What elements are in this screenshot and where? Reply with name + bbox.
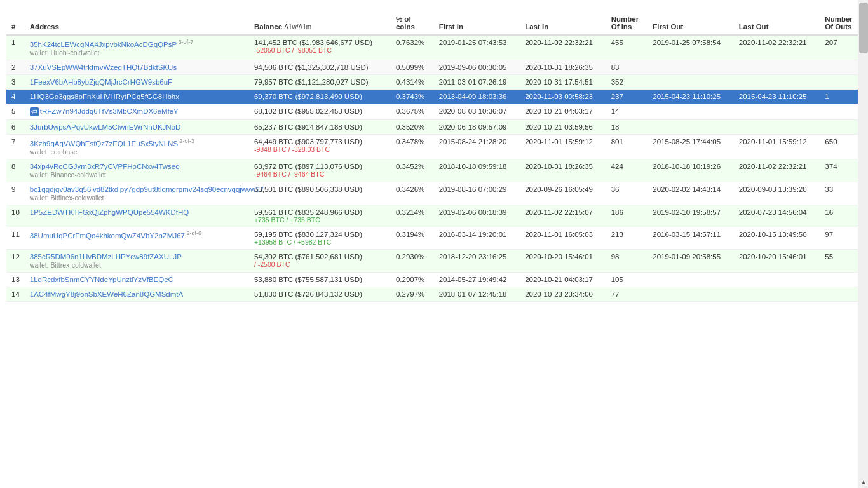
balance-cell: 59,195 BTC ($830,127,324 USD)+13958 BTC … [249, 227, 391, 249]
pct-cell: 0.4314% [391, 74, 434, 89]
last-in-cell: 2020-10-23 23:34:00 [520, 287, 606, 301]
num-ins-cell: 98 [606, 249, 648, 272]
address-cell: 35hK24tcLEWcgNA4JxpvbkNkoAcDGqQPsP 3-of-… [25, 35, 249, 60]
address-link[interactable]: 3JurbUwpsAPqvUkwLM5CtwnEWrNnUKJNoD [30, 123, 181, 131]
first-in-cell: 2016-03-14 19:20:01 [434, 227, 520, 249]
num-ins-cell: 186 [606, 205, 648, 227]
first-out-cell [648, 272, 734, 287]
num-outs-cell [820, 272, 862, 287]
address-link[interactable]: 1LdRcdxfbSnmCYYNdeYpUnztiYzVfBEQeC [30, 276, 173, 283]
num-outs-cell [820, 287, 862, 301]
num-ins-cell: 424 [606, 159, 648, 182]
table-row: 237XuVSEpWW4trkfmvWzegTHQt7BdktSKUs94,50… [6, 60, 862, 74]
address-cell: 34xp4vRoCGJym3xR7yCVPFHoCNxv4Twseowallet… [25, 159, 249, 182]
balance-change: +13958 BTC / +5982 BTC [254, 238, 386, 246]
address-cell: 3Kzh9qAqVWQhEsfQz7zEQL1EuSx5tyNLNS 2-of-… [25, 134, 249, 159]
first-out-cell: 2015-08-25 17:44:05 [648, 134, 734, 159]
wallet-label: wallet: Binance-coldwallet [30, 171, 244, 179]
address-link[interactable]: bc1qgdjqv0av3q56jvd82tkdjpy7gdp9ut8tlqmg… [30, 186, 264, 193]
wallet-label: wallet: Bittrex-coldwallet [30, 261, 244, 269]
table-row: 141AC4fMwgY8j9onSbXEWeH6Zan8QGMSdmtA51,8… [6, 287, 862, 301]
first-out-cell: 2020-02-02 14:43:14 [648, 182, 734, 205]
pct-cell: 0.3743% [391, 89, 434, 104]
num-outs-cell: 33 [820, 182, 862, 205]
address-cell: 1LdRcdxfbSnmCYYNdeYpUnztiYzVfBEQeC [25, 272, 249, 287]
wallet-label: wallet: Bitfinex-coldwallet [30, 194, 244, 201]
rank-cell: 4 [6, 89, 25, 104]
last-in-cell: 2020-11-01 16:05:03 [520, 227, 606, 249]
last-out-cell: 2020-07-23 14:56:04 [734, 205, 820, 227]
num-outs-cell: 374 [820, 159, 862, 182]
pct-cell: 0.3194% [391, 227, 434, 249]
last-out-cell: 2020-09-03 13:39:20 [734, 182, 820, 205]
balance-change: +735 BTC / +735 BTC [254, 216, 386, 224]
address-link[interactable]: 34xp4vRoCGJym3xR7yCVPFHoCNxv4Twseo [30, 163, 180, 170]
address-link[interactable]: 37XuVSEpWW4trkfmvWzegTHQt7BdktSKUs [30, 64, 177, 71]
first-out-cell: 2019-01-25 07:58:54 [648, 35, 734, 60]
address-link[interactable]: 🏷tRFZw7n94Jddq6TfVs3MbCXmDX6eMfeY [30, 107, 179, 115]
rank-cell: 13 [6, 272, 25, 287]
balance-change: -9464 BTC / -9464 BTC [254, 170, 386, 178]
first-in-cell: 2020-08-03 10:36:07 [434, 104, 520, 119]
address-cell: 38UmuUqPCrFmQo4khkomQwZ4VbY2nZMJ67 2-of-… [25, 227, 249, 249]
first-in-cell: 2020-06-18 09:57:09 [434, 119, 520, 134]
pct-cell: 0.2797% [391, 287, 434, 301]
table-row: 12385cR5DM96n1HvBDMzLHPYcw89fZAXULJPwall… [6, 249, 862, 272]
address-cell: 3JurbUwpsAPqvUkwLM5CtwnEWrNnUKJNoD [25, 119, 249, 134]
last-in-cell: 2020-10-31 18:26:35 [520, 159, 606, 182]
pct-cell: 0.2907% [391, 272, 434, 287]
last-in-cell: 2020-11-01 15:59:12 [520, 134, 606, 159]
first-out-cell [648, 119, 734, 134]
first-in-cell: 2018-12-20 23:16:25 [434, 249, 520, 272]
pct-cell: 0.2930% [391, 249, 434, 272]
first-in-cell: 2013-04-09 18:03:36 [434, 89, 520, 104]
address-link[interactable]: 3Kzh9qAqVWQhEsfQz7zEQL1EuSx5tyNLNS 2-of-… [30, 140, 194, 147]
pct-cell: 0.3520% [391, 119, 434, 134]
address-cell: 1FeexV6bAHb8ybZjqQMjJrcCrHGW9sb6uF [25, 74, 249, 89]
table-row: 131LdRcdxfbSnmCYYNdeYpUnztiYzVfBEQeC53,8… [6, 272, 862, 287]
balance-cell: 68,102 BTC ($955,022,453 USD) [249, 104, 391, 119]
first-in-cell: 2019-02-06 00:18:39 [434, 205, 520, 227]
num-ins-cell: 18 [606, 119, 648, 134]
address-link[interactable]: 1FeexV6bAHb8ybZjqQMjJrcCrHGW9sb6uF [30, 78, 172, 86]
address-link[interactable]: 35hK24tcLEWcgNA4JxpvbkNkoAcDGqQPsP 3-of-… [30, 41, 193, 48]
balance-cell: 69,370 BTC ($972,813,490 USD) [249, 89, 391, 104]
first-in-cell: 2011-03-01 07:26:19 [434, 74, 520, 89]
address-link[interactable]: 1HQ3Go3ggs8pFnXuHVHRytPCq5fGG8Hbhx [30, 93, 179, 100]
first-in-cell: 2019-09-06 00:30:05 [434, 60, 520, 74]
rank-cell: 11 [6, 227, 25, 249]
num-ins-cell: 455 [606, 35, 648, 60]
wallet-label: wallet: Huobi-coldwallet [30, 49, 244, 57]
num-ins-cell: 801 [606, 134, 648, 159]
wallet-label: wallet: coinbase [30, 148, 244, 156]
address-link[interactable]: 1AC4fMwgY8j9onSbXEWeH6Zan8QGMSdmtA [30, 290, 183, 298]
first-out-cell: 2019-01-09 20:58:55 [648, 249, 734, 272]
num-ins-cell: 77 [606, 287, 648, 301]
tag-icon: 🏷 [30, 107, 39, 116]
pct-cell: 0.7632% [391, 35, 434, 60]
col-first-in: First In [434, 11, 520, 35]
last-in-cell: 2020-10-31 17:54:51 [520, 74, 606, 89]
num-ins-cell: 36 [606, 182, 648, 205]
first-in-cell: 2014-05-27 19:49:42 [434, 272, 520, 287]
col-num-ins: NumberOf Ins [606, 11, 648, 35]
address-link[interactable]: 385cR5DM96n1HvBDMzLHPYcw89fZAXULJP [30, 253, 182, 261]
address-link[interactable]: 38UmuUqPCrFmQo4khkomQwZ4VbY2nZMJ67 2-of-… [30, 232, 201, 240]
last-out-cell [734, 119, 820, 134]
col-pct: % ofcoins [391, 11, 434, 35]
table-row: 41HQ3Go3ggs8pFnXuHVHRytPCq5fGG8Hbhx69,37… [6, 89, 862, 104]
pct-cell: 0.3426% [391, 182, 434, 205]
scrollbar[interactable]: ▲ [858, 0, 868, 302]
balance-cell: 94,506 BTC ($1,325,302,718 USD) [249, 60, 391, 74]
first-out-cell: 2016-03-15 14:57:11 [648, 227, 734, 249]
balance-cell: 65,237 BTC ($914,847,188 USD) [249, 119, 391, 134]
num-outs-cell: 207 [820, 35, 862, 60]
last-out-cell: 2020-10-15 13:49:50 [734, 227, 820, 249]
address-cell: 37XuVSEpWW4trkfmvWzegTHQt7BdktSKUs [25, 60, 249, 74]
table-row: 834xp4vRoCGJym3xR7yCVPFHoCNxv4Twseowalle… [6, 159, 862, 182]
scrollbar-thumb[interactable] [859, 3, 868, 53]
last-out-cell [734, 104, 820, 119]
address-link[interactable]: 1P5ZEDWTKTFGxQjZphgWPQUpe554WKDfHQ [30, 208, 189, 216]
num-outs-cell [820, 119, 862, 134]
num-ins-cell: 83 [606, 60, 648, 74]
